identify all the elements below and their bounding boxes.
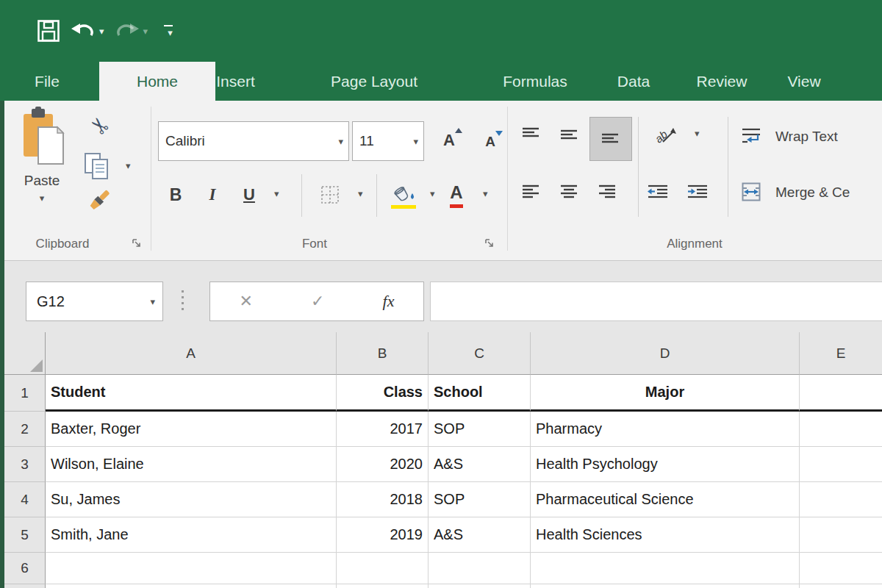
cell-c3[interactable]: A&S bbox=[429, 447, 531, 482]
select-all-button[interactable] bbox=[4, 332, 46, 375]
cell-a3[interactable]: Wilson, Elaine bbox=[46, 447, 337, 482]
formula-input[interactable] bbox=[430, 282, 882, 321]
cell-e2[interactable] bbox=[800, 412, 882, 447]
orientation-button[interactable]: ab bbox=[648, 120, 685, 151]
column-header-d[interactable]: D bbox=[531, 332, 800, 375]
center-button[interactable] bbox=[554, 177, 584, 207]
cell-e4[interactable] bbox=[800, 482, 882, 517]
align-right-button[interactable] bbox=[592, 177, 622, 207]
tab-formulas[interactable]: Formulas bbox=[484, 62, 587, 101]
row-header-1[interactable]: 1 bbox=[4, 375, 46, 412]
bold-button[interactable]: B bbox=[160, 177, 191, 212]
column-header-a[interactable]: A bbox=[46, 332, 337, 375]
cell-d1[interactable]: Major bbox=[531, 375, 800, 412]
cell-c7-partial[interactable] bbox=[429, 584, 531, 588]
cell-b4[interactable]: 2018 bbox=[337, 482, 429, 517]
cell-c6[interactable] bbox=[429, 553, 531, 584]
merge-center-label[interactable]: Merge & Ce bbox=[775, 184, 850, 201]
cell-d3[interactable]: Health Psychology bbox=[531, 447, 800, 482]
borders-dropdown-icon[interactable]: ▾ bbox=[358, 189, 363, 198]
cell-d4[interactable]: Pharmaceutical Science bbox=[531, 482, 800, 517]
cell-d7-partial[interactable] bbox=[531, 584, 800, 588]
clipboard-dialog-launcher[interactable] bbox=[132, 239, 142, 248]
column-header-b[interactable]: B bbox=[337, 332, 429, 375]
insert-function-button[interactable]: fx bbox=[383, 292, 395, 311]
font-color-button[interactable]: A bbox=[440, 176, 473, 209]
format-painter-button[interactable] bbox=[81, 184, 116, 217]
cell-b5[interactable]: 2019 bbox=[337, 517, 429, 553]
column-header-e[interactable]: E bbox=[800, 332, 882, 375]
underline-button[interactable]: U bbox=[234, 177, 265, 212]
cell-b1[interactable]: Class bbox=[337, 375, 429, 412]
cell-e5[interactable] bbox=[800, 517, 882, 553]
formula-bar-resize-handle[interactable] bbox=[182, 290, 184, 312]
name-box-dropdown-icon[interactable]: ▾ bbox=[150, 297, 155, 306]
cell-c4[interactable]: SOP bbox=[429, 482, 531, 517]
paste-dropdown-icon[interactable]: ▾ bbox=[40, 193, 45, 203]
font-name-combobox[interactable]: Calibri ▾ bbox=[158, 121, 349, 161]
cell-c1[interactable]: School bbox=[429, 375, 531, 412]
middle-align-button[interactable] bbox=[554, 120, 584, 149]
font-size-combobox[interactable]: 11 ▾ bbox=[352, 121, 424, 161]
cell-a4[interactable]: Su, James bbox=[46, 482, 337, 517]
cell-e1[interactable] bbox=[800, 375, 882, 412]
redo-button[interactable]: ▾ bbox=[115, 21, 148, 41]
undo-dropdown-icon[interactable]: ▾ bbox=[99, 26, 104, 36]
font-name-dropdown-icon[interactable]: ▾ bbox=[338, 137, 343, 146]
cancel-button[interactable]: ✕ bbox=[240, 292, 253, 311]
row-header-7-partial[interactable] bbox=[4, 584, 46, 588]
font-color-dropdown-icon[interactable]: ▾ bbox=[483, 189, 488, 198]
borders-button[interactable] bbox=[313, 179, 347, 211]
increase-font-size-button[interactable]: A bbox=[432, 124, 466, 157]
paste-button[interactable]: Paste ▾ bbox=[9, 107, 75, 232]
fill-color-dropdown-icon[interactable]: ▾ bbox=[430, 189, 435, 198]
row-header-3[interactable]: 3 bbox=[4, 447, 46, 482]
cell-e6[interactable] bbox=[800, 553, 882, 584]
tab-insert[interactable]: Insert bbox=[197, 62, 274, 101]
cell-b3[interactable]: 2020 bbox=[337, 447, 429, 482]
cell-c2[interactable]: SOP bbox=[429, 412, 531, 447]
enter-button[interactable]: ✓ bbox=[311, 292, 324, 311]
font-dialog-launcher[interactable] bbox=[485, 239, 495, 248]
italic-button[interactable]: I bbox=[197, 177, 228, 212]
tab-page-layout[interactable]: Page Layout bbox=[309, 62, 440, 101]
row-header-6[interactable]: 6 bbox=[4, 553, 46, 584]
wrap-text-button[interactable] bbox=[735, 121, 767, 151]
save-button[interactable] bbox=[37, 19, 60, 43]
align-left-button[interactable] bbox=[516, 177, 545, 207]
row-header-2[interactable]: 2 bbox=[4, 412, 46, 447]
cell-a7-partial[interactable] bbox=[46, 584, 337, 588]
cell-b2[interactable]: 2017 bbox=[337, 412, 429, 447]
tab-review[interactable]: Review bbox=[682, 62, 761, 101]
tab-data[interactable]: Data bbox=[601, 62, 666, 101]
orientation-dropdown-icon[interactable]: ▾ bbox=[695, 129, 700, 138]
customize-quick-access-toolbar-button[interactable]: ▾ bbox=[164, 25, 173, 37]
merge-center-button[interactable] bbox=[735, 176, 767, 208]
name-box[interactable]: G12 ▾ bbox=[26, 282, 163, 321]
cell-c5[interactable]: A&S bbox=[429, 517, 531, 553]
cell-d6[interactable] bbox=[531, 553, 800, 584]
decrease-indent-button[interactable] bbox=[641, 177, 675, 207]
cell-d2[interactable]: Pharmacy bbox=[531, 412, 800, 447]
copy-button[interactable] bbox=[79, 151, 115, 183]
row-header-5[interactable]: 5 bbox=[4, 517, 46, 553]
cell-e3[interactable] bbox=[800, 447, 882, 482]
cell-b7-partial[interactable] bbox=[337, 584, 429, 588]
cell-a2[interactable]: Baxter, Roger bbox=[46, 412, 337, 447]
cell-e7-partial[interactable] bbox=[800, 584, 882, 588]
cell-a6[interactable] bbox=[46, 553, 337, 584]
decrease-font-size-button[interactable]: A bbox=[473, 126, 507, 158]
fill-color-button[interactable] bbox=[385, 176, 422, 212]
font-size-dropdown-icon[interactable]: ▾ bbox=[413, 137, 418, 146]
undo-button[interactable]: ▾ bbox=[71, 21, 104, 41]
bottom-align-button[interactable] bbox=[595, 123, 625, 152]
cut-button[interactable]: ✂ bbox=[82, 110, 118, 140]
top-align-button[interactable] bbox=[516, 120, 545, 149]
column-header-c[interactable]: C bbox=[429, 332, 531, 375]
increase-indent-button[interactable] bbox=[681, 177, 714, 207]
cell-a1[interactable]: Student bbox=[46, 375, 337, 412]
tab-view[interactable]: View bbox=[770, 62, 838, 101]
cell-d5[interactable]: Health Sciences bbox=[531, 517, 800, 553]
underline-dropdown-icon[interactable]: ▾ bbox=[274, 189, 279, 198]
row-header-4[interactable]: 4 bbox=[4, 482, 46, 517]
